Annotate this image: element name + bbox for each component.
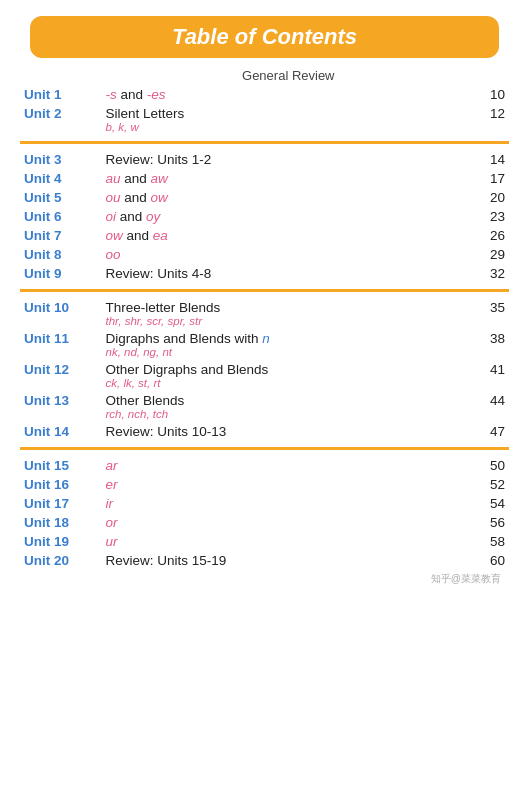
unit-cell — [20, 66, 102, 85]
unit-cell: Unit 7 — [20, 226, 102, 245]
unit-cell: Unit 17 — [20, 494, 102, 513]
page-cell: 44 — [475, 391, 509, 422]
toc-section-2: Unit 3 Review: Units 1-2 14 Unit 4 au an… — [20, 150, 509, 283]
unit-cell: Unit 13 — [20, 391, 102, 422]
desc-cell: oo — [102, 245, 476, 264]
unit-cell: Unit 2 — [20, 104, 102, 135]
list-item: Unit 14 Review: Units 10-13 47 — [20, 422, 509, 441]
unit-cell: Unit 12 — [20, 360, 102, 391]
section-divider — [20, 447, 509, 450]
list-item: Unit 16 er 52 — [20, 475, 509, 494]
page-cell: 47 — [475, 422, 509, 441]
page-cell: 20 — [475, 188, 509, 207]
desc-cell: Other Digraphs and Blends ck, lk, st, rt — [102, 360, 476, 391]
unit-cell: Unit 10 — [20, 298, 102, 329]
unit-cell: Unit 5 — [20, 188, 102, 207]
section-divider — [20, 141, 509, 144]
desc-cell: au and aw — [102, 169, 476, 188]
list-item: Unit 19 ur 58 — [20, 532, 509, 551]
list-item: Unit 20 Review: Units 15-19 60 — [20, 551, 509, 570]
unit-cell: Unit 4 — [20, 169, 102, 188]
content-area: General Review Unit 1 -s and -es 10 Unit… — [0, 58, 529, 606]
header: Table of Contents — [30, 16, 499, 58]
unit-cell: Unit 1 — [20, 85, 102, 104]
page-cell: 54 — [475, 494, 509, 513]
unit-cell: Unit 14 — [20, 422, 102, 441]
page-cell: 50 — [475, 456, 509, 475]
desc-cell: er — [102, 475, 476, 494]
list-item: Unit 17 ir 54 — [20, 494, 509, 513]
page-cell: 26 — [475, 226, 509, 245]
page-cell: 56 — [475, 513, 509, 532]
page-cell: 60 — [475, 551, 509, 570]
unit-cell: Unit 19 — [20, 532, 102, 551]
list-item: Unit 10 Three-letter Blends thr, shr, sc… — [20, 298, 509, 329]
page-cell: 10 — [475, 85, 509, 104]
list-item: Unit 18 or 56 — [20, 513, 509, 532]
list-item: Unit 6 oi and oy 23 — [20, 207, 509, 226]
page-cell: 23 — [475, 207, 509, 226]
toc-section-4: Unit 15 ar 50 Unit 16 er 52 Unit 17 ir 5… — [20, 456, 509, 570]
desc-cell: Review: Units 4-8 — [102, 264, 476, 283]
desc-cell: Silent Letters b, k, w — [102, 104, 476, 135]
list-item: Unit 1 -s and -es 10 — [20, 85, 509, 104]
page-cell: 41 — [475, 360, 509, 391]
desc-cell: ir — [102, 494, 476, 513]
unit-cell: Unit 16 — [20, 475, 102, 494]
section-divider — [20, 289, 509, 292]
list-item: Unit 12 Other Digraphs and Blends ck, lk… — [20, 360, 509, 391]
watermark: 知乎@菜菜教育 — [20, 570, 509, 590]
page-cell: 29 — [475, 245, 509, 264]
desc-cell: Three-letter Blends thr, shr, scr, spr, … — [102, 298, 476, 329]
page-cell: 14 — [475, 150, 509, 169]
list-item: Unit 5 ou and ow 20 — [20, 188, 509, 207]
desc-cell: Review: Units 15-19 — [102, 551, 476, 570]
list-item: Unit 13 Other Blends rch, nch, tch 44 — [20, 391, 509, 422]
list-item: Unit 4 au and aw 17 — [20, 169, 509, 188]
unit-cell: Unit 20 — [20, 551, 102, 570]
desc-cell: or — [102, 513, 476, 532]
page-cell: 17 — [475, 169, 509, 188]
page-cell: 38 — [475, 329, 509, 360]
page-title: Table of Contents — [172, 24, 357, 49]
page-cell: 32 — [475, 264, 509, 283]
unit-cell: Unit 9 — [20, 264, 102, 283]
page-cell — [475, 66, 509, 85]
page: Table of Contents General Review Unit 1 … — [0, 16, 529, 606]
desc-cell: General Review — [102, 66, 476, 85]
desc-cell: -s and -es — [102, 85, 476, 104]
page-cell: 12 — [475, 104, 509, 135]
page-cell: 52 — [475, 475, 509, 494]
list-item: Unit 3 Review: Units 1-2 14 — [20, 150, 509, 169]
desc-cell: Review: Units 10-13 — [102, 422, 476, 441]
unit-cell: Unit 18 — [20, 513, 102, 532]
list-item: Unit 8 oo 29 — [20, 245, 509, 264]
desc-cell: ou and ow — [102, 188, 476, 207]
desc-cell: Review: Units 1-2 — [102, 150, 476, 169]
unit-cell: Unit 15 — [20, 456, 102, 475]
page-cell: 58 — [475, 532, 509, 551]
unit-cell: Unit 3 — [20, 150, 102, 169]
desc-cell: oi and oy — [102, 207, 476, 226]
desc-cell: ar — [102, 456, 476, 475]
desc-cell: Digraphs and Blends with n nk, nd, ng, n… — [102, 329, 476, 360]
toc-section-3: Unit 10 Three-letter Blends thr, shr, sc… — [20, 298, 509, 441]
page-cell: 35 — [475, 298, 509, 329]
list-item: Unit 7 ow and ea 26 — [20, 226, 509, 245]
unit-cell: Unit 6 — [20, 207, 102, 226]
desc-cell: ur — [102, 532, 476, 551]
unit-cell: Unit 8 — [20, 245, 102, 264]
list-item: Unit 15 ar 50 — [20, 456, 509, 475]
list-item: Unit 11 Digraphs and Blends with n nk, n… — [20, 329, 509, 360]
toc-section-intro: General Review Unit 1 -s and -es 10 Unit… — [20, 66, 509, 135]
list-item: Unit 9 Review: Units 4-8 32 — [20, 264, 509, 283]
desc-cell: ow and ea — [102, 226, 476, 245]
list-item: Unit 2 Silent Letters b, k, w 12 — [20, 104, 509, 135]
desc-cell: Other Blends rch, nch, tch — [102, 391, 476, 422]
unit-cell: Unit 11 — [20, 329, 102, 360]
general-review-row: General Review — [20, 66, 509, 85]
